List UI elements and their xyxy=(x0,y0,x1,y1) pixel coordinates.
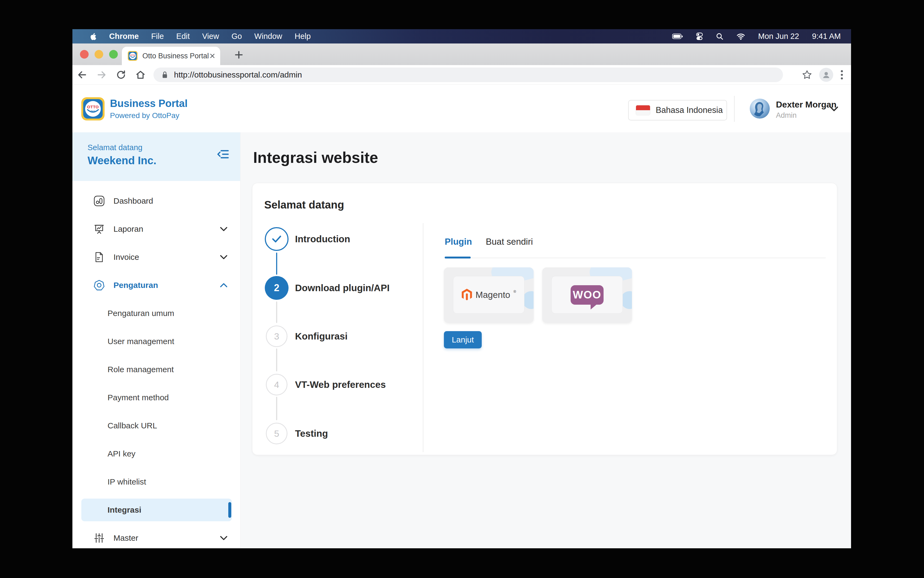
step-label: Testing xyxy=(295,428,328,439)
step-connector xyxy=(276,302,277,323)
sidebar-item-pengaturan-umum[interactable]: Pengaturan umum xyxy=(72,299,240,327)
step-connector xyxy=(276,253,277,275)
sidebar-item-label: Dashboard xyxy=(114,196,153,206)
invoice-icon xyxy=(93,251,106,263)
reload-icon[interactable] xyxy=(111,70,131,80)
chevron-up-icon xyxy=(220,283,228,287)
user-role: Admin xyxy=(776,111,836,120)
step-number: 5 xyxy=(266,423,287,444)
user-menu[interactable]: Dexter Morgan Admin xyxy=(776,100,836,120)
menubar-item-help[interactable]: Help xyxy=(294,32,311,41)
menubar-item-go[interactable]: Go xyxy=(232,32,242,41)
browser-profile-icon[interactable] xyxy=(819,68,833,82)
sidebar-item-label: Laporan xyxy=(114,224,143,234)
window-zoom-button[interactable] xyxy=(109,50,118,58)
sidebar-item-pengaturan[interactable]: Pengaturan xyxy=(72,271,240,299)
browser-menu-dots-icon[interactable] xyxy=(840,70,843,80)
woocommerce-logo: WOO xyxy=(571,285,604,305)
url-field[interactable]: http://ottobusinessportal.com/admin xyxy=(153,68,783,82)
sidebar-item-payment-method[interactable]: Payment method xyxy=(72,383,240,412)
step-connector xyxy=(276,348,277,371)
step-number: 3 xyxy=(266,325,287,347)
window-minimize-button[interactable] xyxy=(94,50,103,58)
sidebar-item-master[interactable]: Master xyxy=(72,524,240,548)
step-konfigurasi[interactable]: 3 Konfigurasi xyxy=(265,325,348,348)
menubar-item-view[interactable]: View xyxy=(202,32,219,41)
spotlight-search-icon[interactable] xyxy=(716,32,724,40)
sidebar-item-ip-whitelist[interactable]: IP whitelist xyxy=(72,468,240,496)
sidebar-item-label: Pengaturan umum xyxy=(107,309,174,318)
browser-tab[interactable]: OTTO Otto Business Portal xyxy=(122,47,220,65)
brand-title: Business Portal xyxy=(110,98,187,109)
continue-button[interactable]: Lanjut xyxy=(444,331,482,348)
active-tab-underline xyxy=(445,257,471,258)
step-download-plugin-api[interactable]: 2 Download plugin/API xyxy=(265,276,390,300)
step-testing[interactable]: 5 Testing xyxy=(265,422,328,445)
language-label: Bahasa Indonesia xyxy=(656,106,723,115)
forward-icon[interactable] xyxy=(92,70,111,80)
svg-text:OTTO: OTTO xyxy=(130,54,136,57)
page-title: Integrasi website xyxy=(253,149,378,166)
user-chevron-down-icon[interactable] xyxy=(830,106,839,112)
sidebar-item-label: API key xyxy=(107,449,135,458)
sidebar-item-user-management[interactable]: User management xyxy=(72,327,240,356)
apple-menu-icon[interactable] xyxy=(90,32,97,41)
menubar-item-window[interactable]: Window xyxy=(254,32,282,41)
settings-gear-icon xyxy=(93,279,106,291)
lock-icon[interactable] xyxy=(161,71,169,79)
menubar-items: Chrome File Edit View Go Window Help xyxy=(109,32,311,41)
back-icon[interactable] xyxy=(72,70,92,80)
chevron-down-icon xyxy=(220,255,228,260)
active-item-indicator xyxy=(228,502,231,518)
sidebar-item-label: Master xyxy=(114,533,138,542)
sidebar-collapse-icon[interactable] xyxy=(216,148,230,161)
step-vt-web-preferences[interactable]: 4 VT-Web preferences xyxy=(265,373,386,396)
sidebar-item-laporan[interactable]: Laporan xyxy=(72,215,240,243)
menubar-date[interactable]: Mon Jun 22 xyxy=(758,32,799,41)
tab-close-icon[interactable] xyxy=(209,52,216,59)
battery-icon[interactable] xyxy=(672,34,683,39)
tab-plugin[interactable]: Plugin xyxy=(445,237,472,247)
bookmark-star-icon[interactable] xyxy=(802,70,812,80)
step-label: Introduction xyxy=(295,234,350,244)
step-number: 2 xyxy=(265,276,289,300)
sidebar-item-label: User management xyxy=(107,337,174,346)
sidebar-item-label: IP whitelist xyxy=(107,477,146,486)
card-title: Selamat datang xyxy=(264,199,344,211)
sliders-icon xyxy=(93,532,106,544)
new-tab-button[interactable] xyxy=(233,49,245,61)
browser-addressbar: http://ottobusinessportal.com/admin xyxy=(72,65,851,84)
step-introduction[interactable]: Introduction xyxy=(265,227,350,251)
integration-card: Selamat datang Introduction 2 Download p… xyxy=(252,183,837,455)
brand[interactable]: OTTOPAY Business Portal Powered by OttoP… xyxy=(81,97,187,120)
sidebar-item-role-management[interactable]: Role management xyxy=(72,356,240,383)
menubar-item-file[interactable]: File xyxy=(151,32,164,41)
chevron-down-icon xyxy=(220,227,228,232)
menubar-item-edit[interactable]: Edit xyxy=(176,32,190,41)
menubar-time[interactable]: 9:41 AM xyxy=(812,32,841,41)
sidebar-item-api-key[interactable]: API key xyxy=(72,440,240,468)
plugin-card-woocommerce[interactable]: WOO xyxy=(542,267,632,323)
indonesia-flag-icon xyxy=(636,105,650,115)
report-icon xyxy=(93,223,106,235)
menubar-item-chrome[interactable]: Chrome xyxy=(109,32,139,41)
svg-text:OTTO: OTTO xyxy=(87,104,99,109)
control-center-icon[interactable] xyxy=(696,32,703,41)
browser-tabstrip: OTTO Otto Business Portal xyxy=(72,44,851,65)
sidebar-item-callback-url[interactable]: Callback URL xyxy=(72,412,240,440)
user-avatar[interactable] xyxy=(750,99,770,119)
magento-trademark: ® xyxy=(513,289,516,294)
sidebar-item-invoice[interactable]: Invoice xyxy=(72,243,240,271)
home-icon[interactable] xyxy=(131,70,150,80)
plugin-card-magento[interactable]: Magento® xyxy=(444,267,534,323)
sidebar-item-integrasi[interactable]: Integrasi xyxy=(72,496,240,524)
url-text: http://ottobusinessportal.com/admin xyxy=(174,70,302,80)
dashboard-icon xyxy=(93,195,106,207)
desktop-screen: Chrome File Edit View Go Window Help Mon… xyxy=(72,29,851,548)
window-close-button[interactable] xyxy=(80,50,89,58)
magento-logo: Magento® xyxy=(461,289,516,301)
sidebar-item-dashboard[interactable]: Dashboard xyxy=(72,187,240,215)
wifi-icon[interactable] xyxy=(737,33,745,40)
language-selector-button[interactable]: Bahasa Indonesia xyxy=(628,100,727,120)
tab-buat-sendiri[interactable]: Buat sendiri xyxy=(486,237,533,247)
